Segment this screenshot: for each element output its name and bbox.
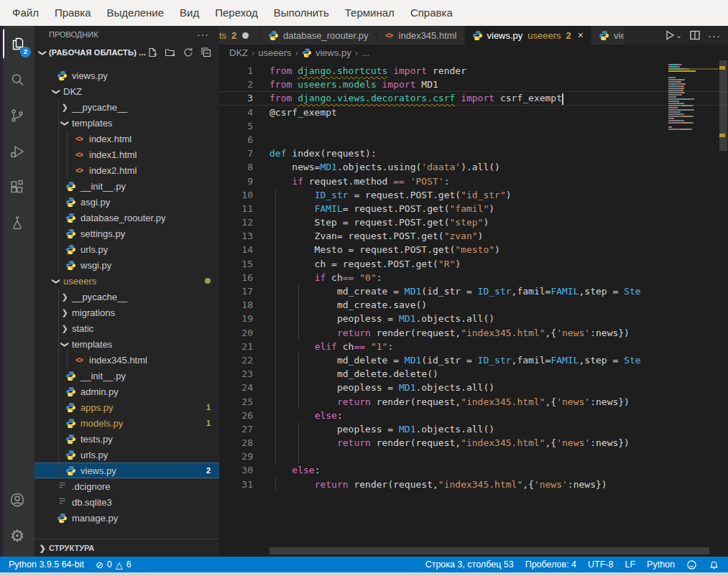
tab-database_roouter.py[interactable]: database_roouter.py [261, 26, 377, 45]
tree-file-db.sqlite3[interactable]: db.sqlite3 [34, 494, 219, 510]
tree-folder-static[interactable]: ❯static [34, 320, 219, 336]
tree-file-index1.html[interactable]: <>index1.html [34, 147, 219, 162]
code-line-13[interactable]: 13 Zvan= request.POST.get("zvan") [219, 229, 728, 243]
feedback-icon[interactable] [686, 559, 697, 570]
code-line-30[interactable]: 30 else: [219, 463, 728, 477]
tree-folder-__pycache__[interactable]: ❯__pycache__ [34, 99, 219, 115]
new-file-icon[interactable] [147, 47, 158, 58]
breadcrumb-item[interactable]: views.py [315, 47, 351, 58]
language-mode-status[interactable]: Python [647, 559, 675, 570]
python-interpreter-status[interactable]: Python 3.9.5 64-bit [9, 559, 84, 570]
code-line-6[interactable]: 6 [219, 133, 728, 147]
tab-index345.html[interactable]: <>index345.html [377, 26, 465, 45]
menu-item-Правка[interactable]: Правка [47, 0, 99, 26]
code-line-19[interactable]: 19 peopless = MD1.objects.all() [219, 312, 728, 325]
code-line-24[interactable]: 24 peopless = MD1.objects.all() [219, 381, 728, 394]
tree-file-database_roouter.py[interactable]: database_roouter.py [34, 210, 219, 226]
tree-folder-DKZ[interactable]: ❯DKZ [34, 83, 219, 99]
code-line-16[interactable]: 16 if ch== "0": [219, 271, 728, 284]
close-icon[interactable]: × [578, 29, 584, 41]
tree-file-wsgi.py[interactable]: wsgi.py [34, 257, 219, 273]
workspace-section-header[interactable]: ❯ (РАБОЧАЯ ОБЛАСТЬ) ... [34, 43, 219, 62]
tree-file-index2.html[interactable]: <>index2.html [34, 162, 219, 178]
tab-views.py[interactable]: views.pyuseeers2× [465, 26, 592, 45]
outline-section-header[interactable]: ❯ СТРУКТУРА [34, 539, 219, 557]
menu-item-Файл[interactable]: Файл [4, 0, 47, 26]
tree-file-models.py[interactable]: models.py1 [34, 415, 219, 431]
tree-file-__init__.py[interactable]: __init__.py [34, 368, 219, 384]
code-line-11[interactable]: 11 FAMIL= request.POST.get("famil") [219, 202, 728, 215]
breadcrumb-item[interactable]: ... [361, 47, 369, 58]
tree-folder-templates[interactable]: ❯templates [34, 115, 219, 131]
code-line-27[interactable]: 27 peopless = MD1.objects.all() [219, 422, 728, 436]
code-line-3[interactable]: 3from django.views.decorators.csrf impor… [219, 91, 728, 105]
code-line-2[interactable]: 2from useeers.models import MD1 [219, 78, 728, 91]
code-line-31[interactable]: 31 return render(request,"index345.html"… [219, 478, 728, 491]
activity-account[interactable] [0, 482, 34, 518]
notifications-bell-icon[interactable] [709, 559, 719, 570]
code-line-22[interactable]: 22 md_delete = MD1(id_str = ID_str,famil… [219, 353, 728, 367]
tree-file-index.html[interactable]: <>index.html [34, 131, 219, 147]
tree-file-urls.py[interactable]: urls.py [34, 241, 219, 257]
breadcrumb-item[interactable]: useeers [258, 47, 291, 58]
minimap[interactable] [668, 60, 719, 557]
explorer-more-icon[interactable]: ··· [197, 26, 209, 43]
encoding-status[interactable]: UTF-8 [588, 559, 613, 570]
cursor-position-status[interactable]: Строка 3, столбец 53 [425, 559, 514, 570]
menu-item-Терминал[interactable]: Терминал [337, 0, 402, 26]
tree-folder-useeers[interactable]: ❯useeers [34, 273, 219, 289]
code-line-25[interactable]: 25 return render(request,"index345.html"… [219, 395, 728, 409]
eol-status[interactable]: LF [625, 559, 635, 570]
tree-file-admin.py[interactable]: admin.py [34, 384, 219, 399]
tab-diiits[interactable]: diiits2 [219, 26, 261, 45]
menu-item-Переход[interactable]: Переход [207, 0, 266, 26]
collapse-all-icon[interactable] [201, 47, 212, 58]
new-folder-icon[interactable] [165, 47, 176, 58]
tree-folder-templates[interactable]: ❯templates [34, 336, 219, 352]
tab-vie[interactable]: vie [591, 26, 625, 45]
code-line-26[interactable]: 26 else: [219, 409, 728, 422]
code-line-12[interactable]: 12 Step = request.POST.get("step") [219, 215, 728, 229]
tree-file-views.py[interactable]: views.py2 [34, 463, 219, 478]
code-line-17[interactable]: 17 md_create = MD1(id_str = ID_str,famil… [219, 284, 728, 298]
code-line-1[interactable]: 1from django.shortcuts import render [219, 64, 728, 78]
tree-file-asgi.py[interactable]: asgi.py [34, 194, 219, 210]
code-line-28[interactable]: 28 return render(request,"index345.html"… [219, 436, 728, 450]
tree-file-settings.py[interactable]: settings.py [34, 226, 219, 241]
code-line-14[interactable]: 14 Mesto = request.POST.get("mesto") [219, 243, 728, 256]
code-line-10[interactable]: 10 ID_str = request.POST.get("id_str") [219, 188, 728, 202]
code-line-23[interactable]: 23 md_delete.delete() [219, 367, 728, 381]
code-line-20[interactable]: 20 return render(request,"index345.html"… [219, 326, 728, 340]
indentation-status[interactable]: Пробелов: 4 [525, 559, 576, 570]
tree-file-index345.html[interactable]: <>index345.html [34, 352, 219, 368]
tree-file-__init__.py[interactable]: __init__.py [34, 178, 219, 194]
tree-file-.dcignore[interactable]: .dcignore [34, 478, 219, 494]
run-python-file-button[interactable]: ⌄ [664, 29, 682, 41]
tree-file-manage.py[interactable]: manage.py [34, 510, 219, 526]
tree-file-apps.py[interactable]: apps.py1 [34, 399, 219, 415]
tree-file-views.py[interactable]: views.py [34, 68, 219, 83]
breadcrumb-item[interactable]: DKZ [229, 47, 248, 58]
activity-search[interactable] [0, 62, 34, 98]
activity-testing[interactable] [0, 205, 34, 241]
menu-item-Вид[interactable]: Вид [172, 0, 207, 26]
activity-source-control[interactable] [0, 98, 34, 134]
code-line-18[interactable]: 18 md_create.save() [219, 298, 728, 312]
tree-file-urls.py[interactable]: urls.py [34, 447, 219, 463]
problems-status[interactable]: ⊘ 0 △ 6 [96, 559, 132, 570]
menu-item-Справка[interactable]: Справка [402, 0, 461, 26]
code-line-9[interactable]: 9 if request.method == 'POST': [219, 175, 728, 188]
vertical-scrollbar-thumb[interactable] [719, 60, 727, 151]
code-line-4[interactable]: 4@csrf_exempt [219, 106, 728, 119]
code-line-7[interactable]: 7def index(request): [219, 147, 728, 160]
more-actions-icon[interactable]: ··· [708, 29, 721, 42]
tree-file-tests.py[interactable]: tests.py [34, 431, 219, 447]
refresh-icon[interactable] [183, 47, 194, 58]
code-line-5[interactable]: 5 [219, 119, 728, 133]
activity-settings[interactable]: ⚙ [0, 518, 34, 554]
code-line-8[interactable]: 8 news=MD1.objects.using('daata').all() [219, 160, 728, 174]
tree-folder-migrations[interactable]: ❯migrations [34, 305, 219, 320]
activity-extensions[interactable] [0, 169, 34, 205]
tree-folder-__pycache__[interactable]: ❯__pycache__ [34, 289, 219, 305]
code-line-29[interactable]: 29 [219, 450, 728, 463]
